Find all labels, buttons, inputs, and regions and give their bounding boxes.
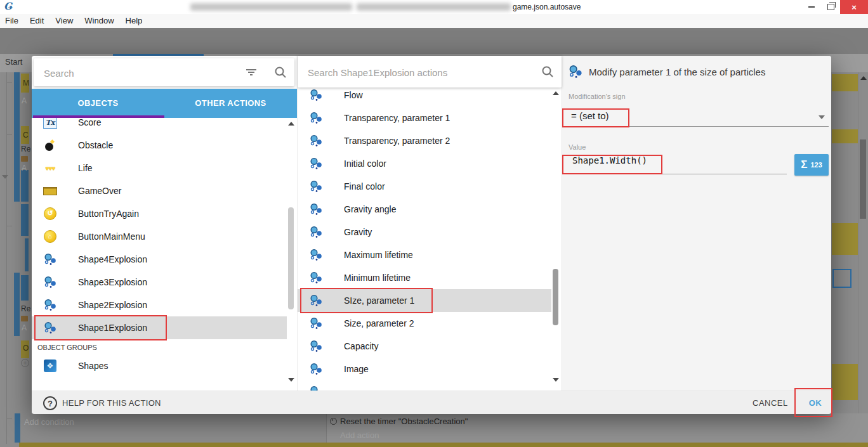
events-scrollbar[interactable]	[858, 72, 868, 447]
menu-bar: File Edit View Window Help	[0, 14, 868, 29]
tab-objects[interactable]: OBJECTS	[32, 89, 164, 118]
action-row[interactable]: Minimum lifetime	[298, 266, 551, 289]
object-row[interactable]: Obstacle	[32, 134, 287, 157]
menu-help[interactable]: Help	[120, 14, 148, 28]
action-row[interactable]: Final color	[298, 175, 551, 198]
action-row[interactable]: SIze, parameter 1	[298, 289, 551, 312]
annotation-box	[562, 155, 662, 174]
scroll-down-icon[interactable]	[288, 378, 294, 382]
search-icon[interactable]	[541, 65, 554, 78]
objects-list: Score	[32, 118, 297, 391]
restore-button[interactable]	[821, 0, 840, 14]
reset-timer-action: Reset the timer "ObstacleCreation"	[340, 417, 468, 426]
object-group-icon	[44, 360, 56, 372]
action-row[interactable]: Size, parameter 2	[298, 312, 551, 335]
timer-icon	[330, 418, 337, 425]
chevron-down-icon	[819, 115, 825, 119]
minimize-button[interactable]	[802, 0, 821, 14]
particle-emitter-icon	[310, 134, 323, 148]
action-editor-dialog: OBJECTS OTHER ACTIONS	[32, 56, 831, 413]
particle-emitter-icon	[310, 203, 323, 216]
object-row[interactable]: Score	[32, 118, 287, 134]
objects-tabs: OBJECTS OTHER ACTIONS	[32, 89, 297, 118]
particle-emitter-icon	[310, 226, 323, 239]
object-row[interactable]: Shape3Explosion	[32, 271, 287, 294]
menu-view[interactable]: View	[49, 14, 79, 28]
object-row[interactable]: Shape1Explosion	[32, 316, 287, 339]
object-groups-header: OBJECT GROUPS	[32, 339, 297, 354]
blurred-title-segment	[357, 3, 511, 11]
scene-tab-start: Start	[5, 57, 22, 67]
scrollbar-thumb[interactable]	[288, 207, 294, 309]
particle-emitter-icon	[310, 112, 323, 125]
dialog-footer: HELP FOR THIS ACTION CANCEL OK	[32, 391, 831, 414]
blurred-title-segment	[190, 3, 352, 11]
scroll-up-icon[interactable]	[288, 122, 294, 126]
actions-search-card	[298, 56, 562, 87]
close-button[interactable]: ×	[840, 0, 868, 14]
toolbar	[0, 28, 868, 54]
cancel-button[interactable]: CANCEL	[753, 391, 788, 415]
add-condition-link: Add condition	[24, 417, 74, 427]
help-icon[interactable]	[43, 396, 57, 410]
expression-editor-button[interactable]: Σ 123	[794, 154, 829, 176]
particle-emitter-icon	[44, 253, 57, 266]
scrollbar-thumb[interactable]	[553, 269, 558, 325]
action-row[interactable]: Transparency, parameter 1	[298, 107, 551, 129]
tab-other-actions[interactable]: OTHER ACTIONS	[164, 89, 297, 118]
action-row[interactable]: Flow	[298, 87, 551, 107]
retry-button-icon	[44, 207, 56, 220]
particle-emitter-icon	[310, 363, 323, 376]
action-row[interactable]: Maximum lifetime	[298, 243, 551, 266]
action-row[interactable]: Initial color	[298, 152, 551, 175]
particle-emitter-icon	[44, 276, 57, 289]
particle-emitter-icon	[569, 65, 583, 79]
search-icon[interactable]	[274, 66, 287, 79]
object-row[interactable]: ButtonTryAgain	[32, 202, 287, 225]
object-row[interactable]: Life	[32, 157, 287, 179]
minimize-icon	[808, 6, 815, 8]
comment-bar	[19, 443, 868, 447]
annotation-box	[794, 388, 832, 417]
object-row[interactable]: ButtonMainMenu	[32, 225, 287, 248]
actions-panel: Flow Transparency, parameter 1	[297, 56, 562, 391]
menu-file[interactable]: File	[0, 14, 24, 28]
filter-icon[interactable]	[246, 68, 257, 76]
scroll-down-icon[interactable]	[553, 378, 559, 382]
event-tree-line	[6, 72, 7, 444]
help-link[interactable]: HELP FOR THIS ACTION	[62, 391, 161, 415]
particle-emitter-icon	[310, 180, 323, 193]
scrollbar-thumb[interactable]	[860, 139, 866, 219]
menu-edit[interactable]: Edit	[24, 14, 49, 28]
annotation-box	[562, 108, 629, 127]
action-row[interactable]: Gravity angle	[298, 198, 551, 221]
banner-icon	[43, 187, 57, 195]
annotation-box	[300, 288, 433, 313]
scroll-up-icon[interactable]	[860, 76, 867, 80]
object-row[interactable]: Shape4Explosion	[32, 248, 287, 271]
action-row[interactable]: Image	[298, 358, 551, 380]
menu-window[interactable]: Window	[79, 14, 119, 28]
text-object-icon	[43, 118, 57, 129]
object-group-row[interactable]: Shapes	[32, 354, 287, 377]
object-row[interactable]: GameOver	[32, 179, 287, 202]
object-row[interactable]: Shape2Explosion	[32, 294, 287, 316]
particle-emitter-icon	[310, 249, 323, 262]
objects-search-input[interactable]	[43, 58, 235, 87]
action-row[interactable]: Gravity	[298, 221, 551, 243]
sigma-icon: Σ	[801, 159, 807, 171]
objects-search-card	[34, 58, 294, 86]
particle-emitter-icon	[44, 299, 57, 312]
gdevelop-window: Ǥ game.json.autosave × File Edit View Wi…	[0, 0, 868, 447]
actions-search-input[interactable]	[306, 56, 499, 89]
parameters-panel: Modify parameter 1 of the size of partic…	[561, 56, 831, 391]
particle-emitter-icon	[310, 317, 323, 330]
particle-emitter-icon	[310, 271, 323, 285]
action-row[interactable]: Capacity	[298, 335, 551, 358]
home-button-icon	[44, 230, 56, 243]
bomb-icon	[44, 139, 56, 151]
title-bar: Ǥ game.json.autosave ×	[0, 0, 868, 14]
action-row[interactable]: Transparency, parameter 2	[298, 129, 551, 152]
scroll-up-icon[interactable]	[553, 91, 559, 95]
action-row[interactable]	[298, 380, 551, 391]
